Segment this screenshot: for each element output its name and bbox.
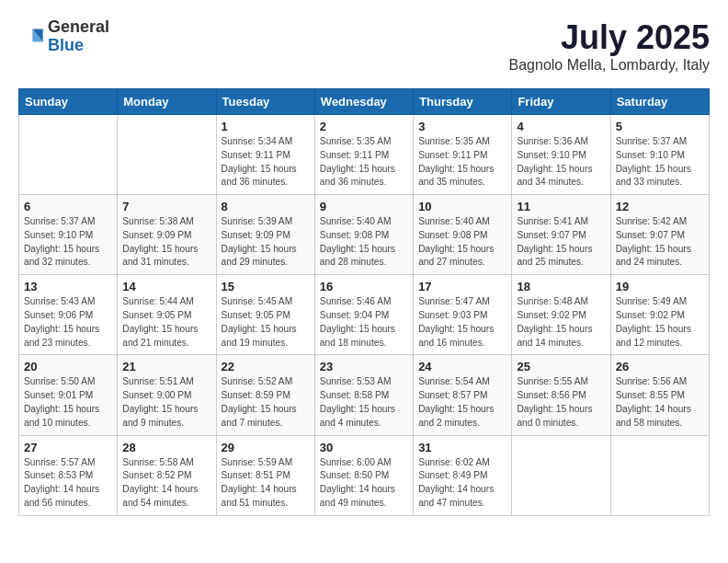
day-info: Sunrise: 5:40 AM Sunset: 9:08 PM Dayligh…	[320, 215, 408, 270]
day-number: 23	[320, 360, 408, 373]
table-row: 3Sunrise: 5:35 AM Sunset: 9:11 PM Daylig…	[414, 115, 512, 195]
table-row: 5Sunrise: 5:37 AM Sunset: 9:10 PM Daylig…	[610, 115, 709, 195]
table-row: 31Sunrise: 6:02 AM Sunset: 8:49 PM Dayli…	[414, 435, 512, 515]
location-title: Bagnolo Mella, Lombardy, Italy	[509, 57, 710, 74]
calendar-week-4: 20Sunrise: 5:50 AM Sunset: 9:01 PM Dayli…	[19, 355, 710, 435]
day-number: 25	[517, 360, 605, 373]
table-row: 15Sunrise: 5:45 AM Sunset: 9:05 PM Dayli…	[216, 275, 314, 355]
day-number: 21	[122, 360, 210, 373]
title-block: July 2025 Bagnolo Mella, Lombardy, Italy	[509, 18, 710, 74]
day-info: Sunrise: 5:46 AM Sunset: 9:04 PM Dayligh…	[320, 295, 408, 350]
day-info: Sunrise: 5:37 AM Sunset: 9:10 PM Dayligh…	[616, 135, 704, 190]
day-info: Sunrise: 5:55 AM Sunset: 8:56 PM Dayligh…	[517, 375, 605, 430]
table-row: 18Sunrise: 5:48 AM Sunset: 9:02 PM Dayli…	[512, 275, 610, 355]
day-number: 13	[24, 280, 112, 293]
day-info: Sunrise: 6:02 AM Sunset: 8:49 PM Dayligh…	[418, 456, 506, 511]
day-number: 7	[122, 200, 210, 213]
day-number: 15	[222, 280, 310, 293]
calendar-week-3: 13Sunrise: 5:43 AM Sunset: 9:06 PM Dayli…	[19, 275, 710, 355]
day-info: Sunrise: 5:51 AM Sunset: 9:00 PM Dayligh…	[122, 375, 210, 430]
day-info: Sunrise: 5:45 AM Sunset: 9:05 PM Dayligh…	[222, 295, 310, 350]
day-info: Sunrise: 5:49 AM Sunset: 9:02 PM Dayligh…	[616, 295, 704, 350]
day-number: 24	[418, 360, 506, 373]
day-number: 4	[517, 120, 605, 133]
day-number: 31	[418, 441, 506, 454]
day-info: Sunrise: 5:47 AM Sunset: 9:03 PM Dayligh…	[418, 295, 506, 350]
day-number: 10	[418, 200, 506, 213]
table-row: 9Sunrise: 5:40 AM Sunset: 9:08 PM Daylig…	[314, 195, 413, 275]
day-number: 18	[517, 280, 605, 293]
table-row: 16Sunrise: 5:46 AM Sunset: 9:04 PM Dayli…	[314, 275, 413, 355]
day-number: 29	[222, 441, 310, 454]
col-sunday: Sunday	[19, 89, 118, 115]
table-row: 14Sunrise: 5:44 AM Sunset: 9:05 PM Dayli…	[118, 275, 216, 355]
table-row: 20Sunrise: 5:50 AM Sunset: 9:01 PM Dayli…	[19, 355, 118, 435]
day-info: Sunrise: 5:54 AM Sunset: 8:57 PM Dayligh…	[418, 375, 506, 430]
day-number: 3	[418, 120, 506, 133]
col-friday: Friday	[512, 89, 610, 115]
day-number: 28	[122, 441, 210, 454]
col-thursday: Thursday	[414, 89, 512, 115]
day-info: Sunrise: 5:59 AM Sunset: 8:51 PM Dayligh…	[222, 456, 310, 511]
table-row: 1Sunrise: 5:34 AM Sunset: 9:11 PM Daylig…	[216, 115, 314, 195]
day-info: Sunrise: 5:50 AM Sunset: 9:01 PM Dayligh…	[24, 375, 112, 430]
day-number: 30	[320, 441, 408, 454]
day-number: 9	[320, 200, 408, 213]
col-saturday: Saturday	[610, 89, 709, 115]
table-row: 28Sunrise: 5:58 AM Sunset: 8:52 PM Dayli…	[118, 435, 216, 515]
table-row: 23Sunrise: 5:53 AM Sunset: 8:58 PM Dayli…	[314, 355, 413, 435]
day-number: 14	[122, 280, 210, 293]
table-row: 6Sunrise: 5:37 AM Sunset: 9:10 PM Daylig…	[19, 195, 118, 275]
table-row: 27Sunrise: 5:57 AM Sunset: 8:53 PM Dayli…	[19, 435, 118, 515]
logo-icon	[18, 24, 44, 50]
table-row: 21Sunrise: 5:51 AM Sunset: 9:00 PM Dayli…	[118, 355, 216, 435]
table-row: 11Sunrise: 5:41 AM Sunset: 9:07 PM Dayli…	[512, 195, 610, 275]
table-row: 19Sunrise: 5:49 AM Sunset: 9:02 PM Dayli…	[610, 275, 709, 355]
table-row: 12Sunrise: 5:42 AM Sunset: 9:07 PM Dayli…	[610, 195, 709, 275]
calendar-week-1: 1Sunrise: 5:34 AM Sunset: 9:11 PM Daylig…	[19, 115, 710, 195]
col-monday: Monday	[118, 89, 216, 115]
month-title: July 2025	[509, 18, 710, 57]
day-number: 19	[616, 280, 704, 293]
day-number: 16	[320, 280, 408, 293]
table-row: 8Sunrise: 5:39 AM Sunset: 9:09 PM Daylig…	[216, 195, 314, 275]
day-info: Sunrise: 5:35 AM Sunset: 9:11 PM Dayligh…	[418, 135, 506, 190]
day-number: 22	[222, 360, 310, 373]
col-tuesday: Tuesday	[216, 89, 314, 115]
logo-text: General Blue	[48, 18, 109, 55]
calendar-week-5: 27Sunrise: 5:57 AM Sunset: 8:53 PM Dayli…	[19, 435, 710, 515]
day-info: Sunrise: 5:40 AM Sunset: 9:08 PM Dayligh…	[418, 215, 506, 270]
table-row: 25Sunrise: 5:55 AM Sunset: 8:56 PM Dayli…	[512, 355, 610, 435]
day-number: 11	[517, 200, 605, 213]
day-number: 12	[616, 200, 704, 213]
table-row: 4Sunrise: 5:36 AM Sunset: 9:10 PM Daylig…	[512, 115, 610, 195]
table-row: 22Sunrise: 5:52 AM Sunset: 8:59 PM Dayli…	[216, 355, 314, 435]
day-info: Sunrise: 5:56 AM Sunset: 8:55 PM Dayligh…	[616, 375, 704, 430]
day-number: 2	[320, 120, 408, 133]
day-info: Sunrise: 5:52 AM Sunset: 8:59 PM Dayligh…	[222, 375, 310, 430]
day-info: Sunrise: 5:37 AM Sunset: 9:10 PM Dayligh…	[24, 215, 112, 270]
day-info: Sunrise: 5:48 AM Sunset: 9:02 PM Dayligh…	[517, 295, 605, 350]
table-row: 30Sunrise: 6:00 AM Sunset: 8:50 PM Dayli…	[314, 435, 413, 515]
logo-blue: Blue	[48, 36, 84, 54]
table-row: 24Sunrise: 5:54 AM Sunset: 8:57 PM Dayli…	[414, 355, 512, 435]
day-info: Sunrise: 5:34 AM Sunset: 9:11 PM Dayligh…	[222, 135, 310, 190]
day-info: Sunrise: 5:39 AM Sunset: 9:09 PM Dayligh…	[222, 215, 310, 270]
page-header: General Blue July 2025 Bagnolo Mella, Lo…	[18, 18, 710, 74]
day-info: Sunrise: 5:41 AM Sunset: 9:07 PM Dayligh…	[517, 215, 605, 270]
calendar-header-row: Sunday Monday Tuesday Wednesday Thursday…	[19, 89, 710, 115]
day-info: Sunrise: 5:58 AM Sunset: 8:52 PM Dayligh…	[122, 456, 210, 511]
table-row: 17Sunrise: 5:47 AM Sunset: 9:03 PM Dayli…	[414, 275, 512, 355]
day-info: Sunrise: 5:38 AM Sunset: 9:09 PM Dayligh…	[122, 215, 210, 270]
logo-general: General	[48, 17, 109, 36]
table-row: 13Sunrise: 5:43 AM Sunset: 9:06 PM Dayli…	[19, 275, 118, 355]
day-info: Sunrise: 5:36 AM Sunset: 9:10 PM Dayligh…	[517, 135, 605, 190]
day-number: 17	[418, 280, 506, 293]
table-row: 10Sunrise: 5:40 AM Sunset: 9:08 PM Dayli…	[414, 195, 512, 275]
table-row: 7Sunrise: 5:38 AM Sunset: 9:09 PM Daylig…	[118, 195, 216, 275]
day-info: Sunrise: 5:35 AM Sunset: 9:11 PM Dayligh…	[320, 135, 408, 190]
day-info: Sunrise: 6:00 AM Sunset: 8:50 PM Dayligh…	[320, 456, 408, 511]
day-number: 6	[24, 200, 112, 213]
col-wednesday: Wednesday	[314, 89, 413, 115]
calendar-week-2: 6Sunrise: 5:37 AM Sunset: 9:10 PM Daylig…	[19, 195, 710, 275]
